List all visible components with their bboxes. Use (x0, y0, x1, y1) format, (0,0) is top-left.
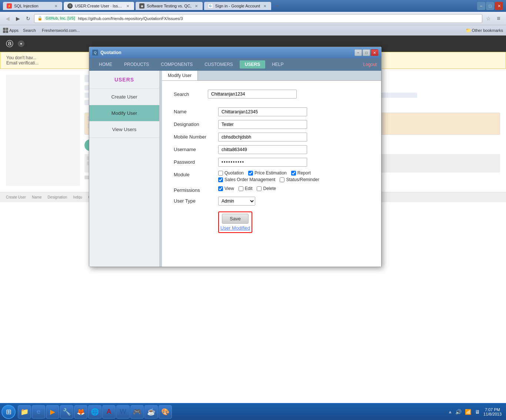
name-input[interactable] (218, 107, 307, 116)
mobile-input[interactable] (218, 133, 307, 141)
taskbar-time-text: 7:07 PM (483, 407, 502, 412)
apps-bookmark[interactable]: Apps (3, 28, 19, 33)
tab-create-user[interactable]: ⓐ USER:Create User · Issue # ✕ (64, 2, 134, 10)
permission-edit-checkbox[interactable] (239, 186, 243, 191)
module-status-reminder-checkbox[interactable] (280, 177, 284, 182)
sidebar-item-view-users[interactable]: View Users (89, 121, 159, 138)
taskbar-paint[interactable]: 🎨 (159, 405, 172, 419)
reload-button[interactable]: ↻ (24, 14, 33, 23)
permission-edit-item[interactable]: Edit (239, 186, 253, 191)
name-row: Name (174, 107, 369, 116)
module-quotation-item[interactable]: Quotation (218, 170, 244, 176)
app-title-text: Quotation (100, 50, 121, 55)
ivdqu-footer-text: Ivdqu (73, 195, 82, 199)
browser-close-button[interactable]: ✕ (495, 2, 503, 10)
username-input[interactable] (218, 145, 307, 154)
name-label: Name (174, 107, 218, 114)
browser-minimize-button[interactable]: − (477, 2, 485, 10)
sidebar-title: USERS (89, 71, 159, 89)
search-label: Search (174, 91, 203, 97)
tab-sw-testing[interactable]: ◉ Software Testing vs. QC, ✕ (136, 2, 203, 10)
tab-close-sw[interactable]: ✕ (194, 3, 199, 9)
module-report-checkbox[interactable] (291, 171, 296, 176)
tab-label-sw: Software Testing vs. QC, (147, 4, 192, 8)
tab-close-gh[interactable]: ✕ (125, 3, 130, 9)
tray-expand-icon[interactable]: ▲ (448, 409, 452, 414)
tab-sql-injection[interactable]: ⚡ SQL Injection ✕ (3, 2, 62, 10)
sidebar-item-create-user[interactable]: Create User (89, 89, 159, 105)
other-bookmarks-button[interactable]: 📁 Other bookmarks (466, 28, 503, 33)
quotation-app-window: Q Quotation − □ ✕ HOME PRODUCTS COMPONEN… (89, 47, 382, 267)
app-maximize-button[interactable]: □ (363, 49, 370, 56)
word-icon: W (120, 408, 126, 416)
module-label: Module (174, 170, 218, 177)
menu-home[interactable]: HOME (94, 60, 117, 69)
user-type-row: User Type Admin User Guest (174, 197, 369, 206)
taskbar-tools[interactable]: 🔧 (60, 405, 73, 419)
tab-google-signin[interactable]: G Sign in - Google Account ✕ (204, 2, 271, 10)
tab-close-sql[interactable]: ✕ (53, 3, 59, 9)
app-minimize-button[interactable]: − (354, 49, 362, 56)
sidebar-item-modify-user[interactable]: Modify User (89, 105, 159, 121)
chrome-icon: 🌐 (91, 408, 99, 416)
module-report-item[interactable]: Report (291, 170, 311, 176)
start-button[interactable]: ⊞ (1, 405, 16, 419)
designation-input[interactable] (218, 120, 307, 129)
module-status-reminder-item[interactable]: Status/Reminder (280, 177, 319, 182)
permission-delete-item[interactable]: Delete (257, 186, 276, 191)
taskbar-media-player[interactable]: ▶ (46, 405, 59, 419)
folder-icon: 📁 (466, 28, 471, 33)
taskbar-chrome[interactable]: 🌐 (88, 405, 101, 419)
browser-title-bar: ⚡ SQL Injection ✕ ⓐ USER:Create User · I… (0, 0, 506, 12)
search-input[interactable] (208, 90, 297, 99)
taskbar-date-text: 11/8/2013 (483, 412, 502, 416)
module-quotation-checkbox[interactable] (218, 171, 223, 176)
menu-help[interactable]: HELP (267, 60, 289, 69)
tab-modify-user[interactable]: Modify User (162, 71, 198, 80)
password-row: Password (174, 158, 369, 167)
address-bar[interactable]: 🔒 GitHub, Inc. [US] https://github.com/f… (34, 14, 482, 23)
module-sales-order-checkbox[interactable] (218, 177, 223, 182)
permission-view-checkbox[interactable] (218, 186, 223, 191)
freshersworld-bookmark[interactable]: Freshersworld.com... (40, 27, 81, 33)
module-status-reminder-label: Status/Reminder (286, 177, 319, 182)
taskbar-java[interactable]: ☕ (144, 405, 158, 419)
tab-label-sql: SQL Injection (14, 4, 39, 8)
username-label: Username (174, 145, 218, 152)
menu-products[interactable]: PRODUCTS (119, 60, 154, 69)
browser-maximize-button[interactable]: □ (486, 2, 494, 10)
taskbar-firefox[interactable]: 🦊 (74, 405, 87, 419)
menu-logout[interactable]: Logout (363, 62, 377, 67)
bookmark-star-button[interactable]: ☆ (484, 14, 493, 23)
module-sales-order-item[interactable]: Sales Order Management (218, 177, 275, 182)
forward-button[interactable]: ▶ (13, 14, 22, 23)
search-bookmark[interactable]: Search (21, 27, 37, 33)
address-text: https://github.com/friends-repository/Qu… (78, 16, 183, 21)
form-area: Search Name Designation (162, 81, 381, 242)
menu-users[interactable]: USERS (240, 60, 265, 69)
menu-customers[interactable]: CUSTOMERS (199, 60, 238, 69)
app-window-controls: − □ ✕ (354, 49, 378, 56)
permission-delete-checkbox[interactable] (257, 186, 262, 191)
app-close-button[interactable]: ✕ (371, 49, 378, 56)
tab-close-google[interactable]: ✕ (262, 3, 267, 9)
browser-window: ⚡ SQL Injection ✕ ⓐ USER:Create User · I… (0, 0, 506, 420)
taskbar-word[interactable]: W (116, 405, 130, 419)
module-price-estimation-checkbox[interactable] (248, 171, 253, 176)
password-input[interactable] (218, 158, 307, 167)
taskbar-acrobat[interactable]: A (102, 405, 116, 419)
taskbar-ie[interactable]: e (32, 405, 45, 419)
new-tab-button[interactable]: + (273, 1, 282, 10)
menu-components[interactable]: COMPONENTS (156, 60, 198, 69)
module-price-estimation-item[interactable]: Price Estimation (248, 170, 287, 176)
address-lock-icon: 🔒 (37, 16, 43, 21)
taskbar-file-manager[interactable]: 📁 (18, 405, 31, 419)
permission-view-item[interactable]: View (218, 186, 234, 191)
taskbar-game[interactable]: 🎮 (130, 405, 144, 419)
back-button[interactable]: ◀ (3, 14, 12, 23)
save-button[interactable]: Save (222, 214, 249, 224)
taskbar: ⊞ 📁 e ▶ 🔧 🦊 🌐 A W (0, 403, 506, 420)
browser-menu-button[interactable]: ≡ (494, 14, 503, 23)
designation-footer-text: Designation (48, 195, 67, 199)
user-type-select[interactable]: Admin User Guest (218, 197, 255, 206)
